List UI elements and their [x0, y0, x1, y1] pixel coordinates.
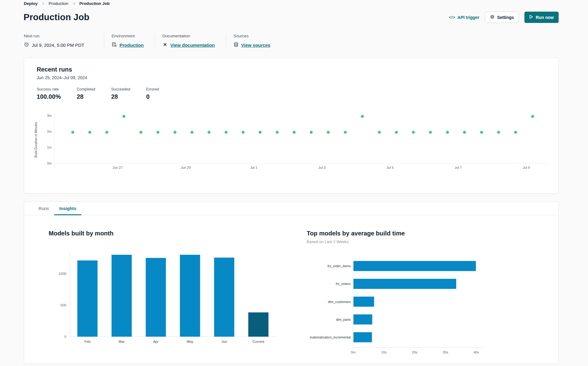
recent-runs-stats: Success rate 100.00% Completed 28 Succee…	[37, 87, 159, 100]
settings-button[interactable]: Settings	[485, 12, 519, 23]
next-run-value: Jul 9, 2024, 5:00 PM PDT	[32, 43, 84, 48]
view-sources-link[interactable]: View sources	[241, 43, 271, 48]
run-now-label: Run now	[536, 15, 554, 20]
job-info-strip: Next run Jul 9, 2024, 5:00 PM PDT Enviro…	[24, 34, 279, 48]
api-trigger-link[interactable]: </> API trigger	[449, 15, 479, 20]
build-duration-scatter-chart[interactable]: Build Duration in Minutes0m1m2m3mJun 27J…	[33, 111, 550, 176]
svg-text:40s: 40s	[474, 350, 479, 354]
recent-runs-card: Recent runs Jun 25, 2024–Jul 09, 2024 Su…	[24, 58, 559, 194]
svg-text:fct_order_items: fct_order_items	[327, 264, 351, 268]
breadcrumb-deploy[interactable]: Deploy	[24, 1, 38, 6]
svg-text:Jul 7: Jul 7	[455, 166, 462, 169]
top-models-chart: fct_order_itemsfct_ordersdim_customersdi…	[307, 246, 508, 361]
tab-insights[interactable]: Insights	[54, 203, 82, 215]
svg-text:materialization_incremental: materialization_incremental	[310, 335, 351, 339]
runs-insights-card: Runs Insights Models built by month 0500…	[24, 201, 559, 364]
svg-text:Jul 5: Jul 5	[386, 166, 394, 169]
next-run-column: Next run Jul 9, 2024, 5:00 PM PDT	[24, 34, 104, 48]
recent-runs-title: Recent runs	[37, 66, 72, 73]
stat-completed: Completed 28	[77, 87, 95, 100]
gear-icon	[490, 14, 495, 20]
tab-runs[interactable]: Runs	[33, 203, 54, 215]
svg-text:0: 0	[65, 335, 66, 338]
view-documentation-link[interactable]: View documentation	[170, 43, 215, 48]
svg-text:May: May	[187, 340, 194, 343]
database-stack-icon	[234, 42, 239, 48]
svg-text:Jul 3: Jul 3	[318, 166, 325, 169]
svg-text:0m: 0m	[47, 161, 52, 165]
svg-text:10s: 10s	[381, 350, 387, 354]
api-trigger-label: API trigger	[457, 15, 479, 20]
svg-text:0m: 0m	[351, 350, 355, 354]
models-by-month-block: Models built by month 05001000FebMarAprM…	[49, 230, 307, 361]
chevron-right-icon	[73, 2, 75, 5]
svg-text:Jul 1: Jul 1	[250, 166, 257, 169]
sources-column: Sources View sources	[226, 34, 280, 48]
settings-label: Settings	[497, 15, 514, 20]
play-icon	[529, 15, 533, 20]
svg-text:1m: 1m	[47, 146, 52, 149]
svg-text:Jun: Jun	[221, 340, 227, 343]
page-title: Production Job	[24, 12, 89, 22]
alarm-clock-icon	[24, 42, 29, 48]
production-job-page: Deploy Production Production Job Product…	[0, 0, 588, 366]
svg-text:dim_parts: dim_parts	[336, 318, 351, 321]
stat-success-rate: Success rate 100.00%	[37, 87, 61, 100]
documentation-label: Documentation	[162, 34, 215, 38]
svg-text:fct_orders: fct_orders	[336, 282, 351, 286]
documentation-column: Documentation View documentation	[155, 34, 226, 48]
svg-text:dim_customers: dim_customers	[328, 300, 351, 304]
database-grid-icon	[112, 42, 117, 48]
svg-text:Jun 29: Jun 29	[181, 166, 191, 169]
breadcrumb-production-job: Production Job	[80, 1, 110, 6]
environment-label: Environment	[112, 34, 144, 38]
tab-bar: Runs Insights	[24, 202, 558, 215]
code-icon: </>	[449, 15, 455, 20]
svg-text:Build Duration in Minutes: Build Duration in Minutes	[34, 122, 38, 158]
svg-text:Feb: Feb	[84, 340, 91, 343]
environment-link[interactable]: Production	[120, 43, 144, 48]
environment-column: Environment Produc	[104, 34, 155, 48]
svg-text:2m: 2m	[47, 130, 52, 133]
dbt-logo-icon	[162, 42, 168, 48]
top-models-title: Top models by average build time	[307, 230, 508, 237]
next-run-label: Next run	[24, 34, 84, 38]
sources-label: Sources	[234, 34, 271, 38]
insights-content: Models built by month 05001000FebMarAprM…	[24, 215, 558, 361]
svg-text:Jul 9: Jul 9	[523, 166, 530, 169]
chevron-right-icon	[42, 2, 44, 5]
top-models-subtitle: Based on Last 2 Weeks	[307, 239, 508, 244]
svg-text:1000: 1000	[58, 272, 66, 275]
models-by-month-chart: 05001000FebMarAprMayJunCurrent	[49, 245, 307, 352]
svg-text:20s: 20s	[412, 350, 417, 354]
stat-succeeded: Succeeded 28	[111, 87, 130, 100]
models-by-month-title: Models built by month	[49, 230, 307, 237]
stat-errored: Errored 0	[146, 87, 159, 100]
breadcrumb-production[interactable]: Production	[49, 1, 68, 6]
svg-text:Jun 27: Jun 27	[113, 166, 123, 169]
svg-text:Current: Current	[253, 340, 264, 343]
breadcrumb: Deploy Production Production Job	[24, 1, 110, 6]
header-actions: </> API trigger Settings Run now	[449, 12, 559, 23]
svg-text:500: 500	[61, 303, 66, 307]
svg-text:3m: 3m	[47, 114, 52, 117]
run-now-button[interactable]: Run now	[524, 12, 559, 23]
svg-text:Apr: Apr	[153, 340, 159, 343]
svg-text:Mar: Mar	[119, 340, 125, 343]
recent-runs-date-range: Jun 25, 2024–Jul 09, 2024	[37, 75, 87, 80]
svg-text:30s: 30s	[443, 350, 448, 354]
top-models-block: Top models by average build time Based o…	[307, 230, 508, 361]
